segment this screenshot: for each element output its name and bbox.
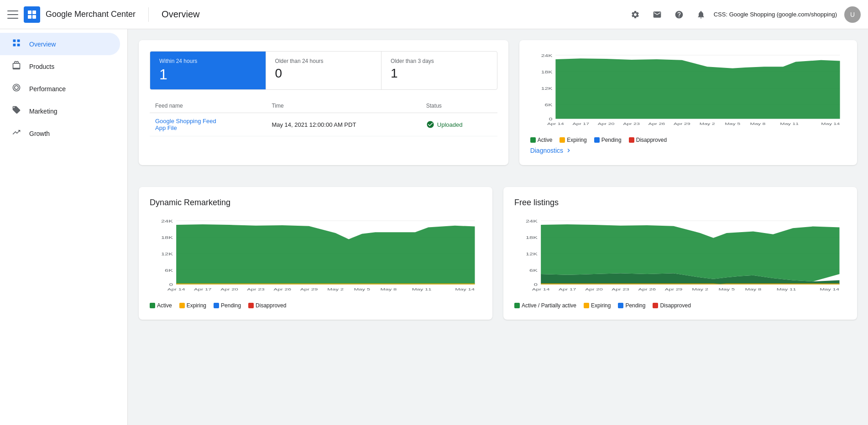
notifications-button[interactable]: [692, 5, 710, 24]
older-3d-value: 1: [391, 66, 488, 81]
svg-text:Apr 26: Apr 26: [648, 121, 665, 125]
svg-text:0: 0: [549, 117, 552, 121]
user-avatar[interactable]: U: [844, 6, 861, 23]
grid-icon: [11, 38, 22, 50]
svg-text:Apr 17: Apr 17: [572, 121, 589, 125]
svg-text:6K: 6K: [529, 268, 538, 272]
svg-text:May 5: May 5: [725, 121, 740, 125]
top-chart-container: 24K 18K 12K 6K 0 Apr 14 Apr 17 Apr 20 Ap…: [530, 51, 846, 154]
svg-marker-65: [541, 284, 839, 285]
svg-text:12K: 12K: [526, 251, 538, 256]
menu-button[interactable]: [7, 9, 18, 20]
fl-active-partial-label: Active / Partially active: [522, 302, 576, 309]
free-listings-title: Free listings: [514, 198, 846, 207]
trending-up-icon: [11, 128, 22, 139]
svg-text:May 14: May 14: [455, 287, 475, 291]
svg-text:May 8: May 8: [381, 287, 397, 291]
svg-rect-2: [28, 15, 31, 19]
legend-active: Active: [530, 137, 553, 143]
svg-text:24K: 24K: [541, 53, 552, 57]
sidebar-item-marketing[interactable]: Marketing: [0, 100, 120, 122]
pending-dot: [594, 137, 600, 143]
svg-text:Apr 20: Apr 20: [597, 121, 614, 125]
svg-rect-1: [32, 10, 36, 14]
svg-text:12K: 12K: [541, 86, 552, 90]
svg-text:Apr 20: Apr 20: [585, 287, 603, 291]
topbar-left: Google Merchant Center Overview: [7, 6, 199, 23]
feed-status-card: Within 24 hours 1 Older than 24 hours 0 …: [139, 40, 508, 165]
mail-button[interactable]: [648, 5, 666, 24]
sidebar-item-growth[interactable]: Growth: [0, 122, 120, 145]
svg-text:May 8: May 8: [745, 287, 762, 291]
account-label: CSS: Google Shopping (google.com/shoppin…: [714, 11, 837, 18]
page-title: Overview: [162, 9, 199, 20]
sidebar-growth-label: Growth: [29, 130, 50, 137]
dynamic-remarketing-card: Dynamic Remarketing 24K 18K 12K 6K 0: [139, 187, 492, 320]
svg-text:May 14: May 14: [820, 287, 839, 291]
marketing-icon: [11, 105, 22, 117]
bottom-row: Dynamic Remarketing 24K 18K 12K 6K 0: [139, 187, 857, 331]
free-listings-card: Free listings 24K 18K 12K 6K 0: [503, 187, 857, 320]
dr-legend-pending: Pending: [214, 302, 241, 309]
svg-text:18K: 18K: [161, 235, 173, 239]
legend-pending-label: Pending: [601, 137, 622, 143]
legend-expiring: Expiring: [559, 137, 586, 143]
topbar: Google Merchant Center Overview CSS: Goo…: [0, 0, 868, 29]
older-24h-value: 0: [275, 66, 372, 81]
help-button[interactable]: [670, 5, 688, 24]
svg-text:Apr 23: Apr 23: [612, 287, 629, 291]
svg-marker-40: [176, 224, 475, 284]
box-icon: [11, 61, 22, 72]
older-3d-label: Older than 3 days: [391, 58, 488, 64]
fl-pending-label: Pending: [625, 302, 645, 309]
divider: [148, 7, 149, 22]
svg-text:6K: 6K: [544, 102, 552, 107]
svg-marker-64: [541, 224, 839, 281]
expiring-dot: [559, 137, 565, 143]
svg-text:24K: 24K: [161, 218, 173, 223]
svg-text:Apr 23: Apr 23: [623, 121, 640, 125]
svg-text:Apr 29: Apr 29: [300, 287, 318, 291]
svg-text:Apr 20: Apr 20: [220, 287, 238, 291]
svg-text:May 11: May 11: [780, 121, 799, 125]
legend-expiring-label: Expiring: [567, 137, 586, 143]
performance-icon: [11, 83, 22, 94]
fl-chart-legend: Active / Partially active Expiring Pendi…: [514, 302, 846, 309]
col-time: Time: [266, 99, 420, 113]
app-name: Google Merchant Center: [46, 10, 136, 19]
svg-text:Apr 26: Apr 26: [274, 287, 292, 291]
svg-text:May 2: May 2: [692, 287, 708, 291]
main-content: Within 24 hours 1 Older than 24 hours 0 …: [128, 29, 868, 425]
col-status: Status: [421, 99, 497, 113]
svg-text:0: 0: [169, 282, 173, 287]
sidebar-item-products[interactable]: Products: [0, 55, 120, 78]
svg-rect-3: [32, 15, 36, 19]
svg-text:Apr 29: Apr 29: [674, 121, 690, 125]
svg-text:Apr 14: Apr 14: [532, 287, 550, 291]
col-feed-name: Feed name: [150, 99, 266, 113]
feed-link[interactable]: Google Shopping Feed App File: [155, 118, 216, 131]
sidebar-item-performance[interactable]: Performance: [0, 78, 120, 100]
svg-text:May 8: May 8: [750, 121, 765, 125]
dr-legend-disapproved: Disapproved: [248, 302, 286, 309]
diagnostics-link[interactable]: Diagnostics: [530, 147, 572, 154]
active-dot: [530, 137, 536, 143]
sidebar-products-label: Products: [29, 63, 54, 70]
diagnostics-label: Diagnostics: [530, 147, 563, 154]
svg-rect-7: [17, 44, 20, 47]
svg-text:Apr 17: Apr 17: [559, 287, 576, 291]
top-row: Within 24 hours 1 Older than 24 hours 0 …: [139, 40, 857, 176]
legend-disapproved: Disapproved: [629, 137, 667, 143]
svg-marker-18: [555, 58, 840, 119]
top-chart-svg: 24K 18K 12K 6K 0 Apr 14 Apr 17 Apr 20 Ap…: [530, 51, 846, 133]
sidebar-item-overview[interactable]: Overview: [0, 33, 120, 55]
legend-disapproved-label: Disapproved: [636, 137, 667, 143]
svg-rect-6: [13, 44, 16, 47]
fl-legend-active-partial: Active / Partially active: [514, 302, 576, 309]
svg-text:Apr 17: Apr 17: [194, 287, 212, 291]
settings-button[interactable]: [626, 5, 644, 24]
svg-text:Apr 29: Apr 29: [665, 287, 683, 291]
top-chart-card: 24K 18K 12K 6K 0 Apr 14 Apr 17 Apr 20 Ap…: [519, 40, 857, 165]
fl-disapproved-label: Disapproved: [660, 302, 690, 309]
within-24h-value: 1: [159, 66, 256, 83]
